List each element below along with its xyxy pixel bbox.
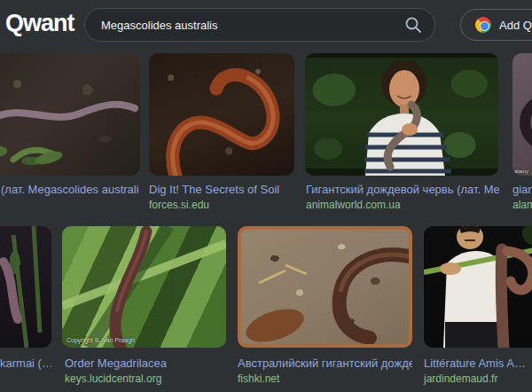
chrome-icon [475,17,491,33]
add-qwant-label: Add Qwant [499,19,532,32]
alamy-watermark: alamy [514,169,528,174]
search-input[interactable] [101,19,404,32]
result-caption[interactable]: Dig It! The Secrets of Soil forces.si.ed… [149,182,294,212]
result-caption[interactable]: Littérature Amis A… jardindemaud.fr [424,356,532,386]
result-caption[interactable]: gian alam [512,182,532,212]
result-title[interactable]: Littérature Amis A… [424,356,532,371]
result-caption[interactable]: Гигантский дождевой червь (лат. Mega… an… [306,182,499,212]
result-title[interactable]: Австралийский гигантский дождевой … [238,356,412,371]
copyright-watermark: Copyright B. Van Praagh [66,337,135,343]
qwant-logo[interactable]: Qwant [5,10,74,37]
result-image-red-worm[interactable] [149,53,294,176]
result-caption[interactable]: karmai (… [0,356,51,371]
result-title[interactable]: Dig It! The Secrets of Soil [149,182,294,197]
result-domain[interactable]: alam [512,198,532,212]
result-image-dark-stems-worm[interactable] [0,226,51,348]
result-image-litter-worm[interactable] [0,53,140,176]
result-title[interactable]: (лат. Megascolides australis… [1,182,139,197]
result-image-woman-with-worm[interactable] [305,53,498,176]
result-domain[interactable]: fishki.net [238,372,412,386]
search-bar [84,8,435,42]
result-image-coiled-worm[interactable]: alamy [512,53,532,176]
add-qwant-button[interactable]: Add Qwant [460,9,532,41]
result-title[interactable]: gian [512,182,532,197]
result-title[interactable]: Гигантский дождевой червь (лат. Mega… [306,182,499,197]
result-domain[interactable]: forces.si.edu [149,198,294,212]
result-title[interactable]: karmai (… [0,356,51,371]
search-icon[interactable] [404,16,422,34]
top-bar: Qwant Add Qwant [0,0,532,51]
result-caption[interactable]: Австралийский гигантский дождевой … fish… [238,356,412,386]
result-domain[interactable]: jardindemaud.fr [424,372,532,386]
result-image-grass-worm[interactable]: Copyright B. Van Praagh [62,226,226,348]
result-caption[interactable]: (лат. Megascolides australis… [1,182,139,197]
result-domain[interactable]: keys.lucidcentral.org [65,372,226,386]
result-image-man-with-worm[interactable] [424,226,532,348]
result-caption[interactable]: Order Megadrilacea keys.lucidcentral.org [65,356,226,386]
result-title[interactable]: Order Megadrilacea [65,356,226,371]
result-domain[interactable]: animalworld.com.ua [306,198,499,212]
result-image-framed-worm[interactable] [238,226,412,348]
